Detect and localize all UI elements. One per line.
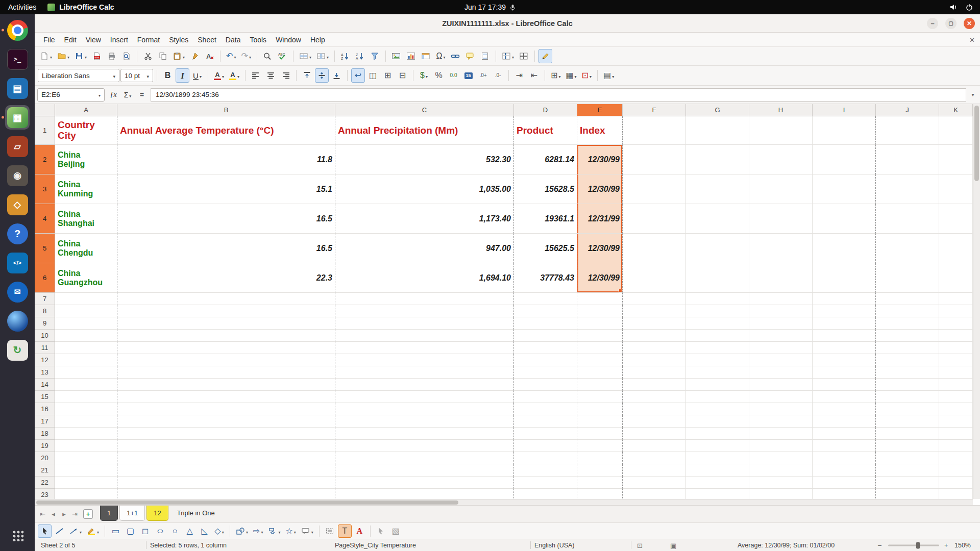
cell-J22[interactable]: [876, 477, 939, 489]
cell-E11[interactable]: [577, 342, 623, 354]
power-icon[interactable]: [966, 4, 973, 11]
row-header-16[interactable]: 16: [35, 403, 55, 415]
menu-sheet[interactable]: Sheet: [193, 34, 221, 45]
cell-J2[interactable]: [876, 145, 939, 174]
cell-J4[interactable]: [876, 204, 939, 234]
title-bar[interactable]: ZUIXIN1111111.xlsx - LibreOffice Calc: [35, 14, 980, 33]
cell-D1[interactable]: Product: [514, 116, 577, 145]
right-triangle-button[interactable]: ◺: [198, 524, 211, 538]
dock-item-software-center[interactable]: [5, 338, 30, 362]
cell-C17[interactable]: [335, 415, 514, 428]
cell-F18[interactable]: [623, 428, 686, 440]
cell-E3[interactable]: 12/30/99: [577, 174, 623, 204]
menu-insert[interactable]: Insert: [106, 34, 133, 45]
row-header-20[interactable]: 20: [35, 452, 55, 464]
cell-D19[interactable]: [514, 440, 577, 452]
cell-C22[interactable]: [335, 477, 514, 489]
cell-K1[interactable]: [939, 116, 973, 145]
dropdown-arrow-icon[interactable]: [80, 527, 82, 536]
cell-K21[interactable]: [939, 464, 973, 477]
cell-B21[interactable]: [117, 464, 335, 477]
cell-F22[interactable]: [623, 477, 686, 489]
diamond-button[interactable]: ◇: [212, 524, 226, 538]
cell-H20[interactable]: [749, 452, 813, 464]
cell-F3[interactable]: [623, 174, 686, 204]
focused-app-menu[interactable]: LibreOffice Calc: [47, 3, 114, 11]
zoom-slider-thumb[interactable]: [916, 542, 920, 548]
cell-D10[interactable]: [514, 330, 577, 342]
row-header-12[interactable]: 12: [35, 354, 55, 366]
cell-B2[interactable]: 11.8: [117, 145, 335, 174]
print-preview-button[interactable]: [119, 49, 133, 63]
cell-I7[interactable]: [813, 293, 876, 305]
cell-K3[interactable]: [939, 174, 973, 204]
cell-D15[interactable]: [514, 391, 577, 403]
cell-I20[interactable]: [813, 452, 876, 464]
cell-E14[interactable]: [577, 379, 623, 391]
cell-B3[interactable]: 15.1: [117, 174, 335, 204]
cell-G12[interactable]: [686, 354, 749, 366]
align-top-button[interactable]: [300, 68, 314, 83]
cell-D2[interactable]: 6281.14: [514, 145, 577, 174]
cell-I15[interactable]: [813, 391, 876, 403]
cell-D21[interactable]: [514, 464, 577, 477]
column-header-A[interactable]: A: [55, 104, 117, 116]
align-center-button[interactable]: [264, 68, 278, 83]
cell-H19[interactable]: [749, 440, 813, 452]
cell-I17[interactable]: [813, 415, 876, 428]
dropdown-arrow-icon[interactable]: [278, 527, 280, 536]
cell-K6[interactable]: [939, 263, 973, 293]
cell-F9[interactable]: [623, 317, 686, 330]
cell-J3[interactable]: [876, 174, 939, 204]
cell-I3[interactable]: [813, 174, 876, 204]
cell-H18[interactable]: [749, 428, 813, 440]
cell-K15[interactable]: [939, 391, 973, 403]
format-as-percent-button[interactable]: %: [432, 68, 446, 83]
cell-F17[interactable]: [623, 415, 686, 428]
column-header-K[interactable]: K: [939, 104, 973, 116]
row-header-4[interactable]: 4: [35, 204, 55, 234]
horizontal-scrollbar[interactable]: [35, 499, 973, 505]
row-header-6[interactable]: 6: [35, 263, 55, 293]
cell-K23[interactable]: [939, 489, 973, 499]
insert-comment-button[interactable]: [463, 49, 477, 63]
dropdown-arrow-icon[interactable]: [113, 72, 115, 80]
cell-H13[interactable]: [749, 366, 813, 379]
cell-C4[interactable]: 1,173.40: [335, 204, 514, 234]
hyperlink-button[interactable]: [449, 49, 462, 63]
cell-C3[interactable]: 1,035.00: [335, 174, 514, 204]
cell-E16[interactable]: [577, 403, 623, 415]
cell-J17[interactable]: [876, 415, 939, 428]
cell-B15[interactable]: [117, 391, 335, 403]
column-header-E[interactable]: E: [577, 104, 623, 116]
column-button[interactable]: [314, 49, 331, 63]
cell-C18[interactable]: [335, 428, 514, 440]
cell-H3[interactable]: [749, 174, 813, 204]
dropdown-arrow-icon[interactable]: [294, 527, 296, 536]
increase-indent-button[interactable]: ⇥: [512, 68, 526, 83]
redo-button[interactable]: ↷: [239, 49, 253, 63]
cell-H21[interactable]: [749, 464, 813, 477]
previous-sheet-button[interactable]: ◂: [48, 510, 59, 518]
sheet-tab-triple-in-one[interactable]: Triple in One: [170, 506, 222, 521]
delete-decimal-place-button[interactable]: .0-: [491, 68, 505, 83]
cell-G21[interactable]: [686, 464, 749, 477]
dropdown-arrow-icon[interactable]: [575, 71, 577, 80]
cell-H12[interactable]: [749, 354, 813, 366]
column-header-C[interactable]: C: [335, 104, 514, 116]
cell-I16[interactable]: [813, 403, 876, 415]
unmerge-cells-button[interactable]: ⊟: [396, 68, 409, 83]
cell-F15[interactable]: [623, 391, 686, 403]
cell-F4[interactable]: [623, 204, 686, 234]
cell-K7[interactable]: [939, 293, 973, 305]
cell-I13[interactable]: [813, 366, 876, 379]
underline-button[interactable]: U: [190, 68, 204, 83]
row-header-8[interactable]: 8: [35, 305, 55, 317]
cell-J21[interactable]: [876, 464, 939, 477]
cell-K11[interactable]: [939, 342, 973, 354]
cell-B23[interactable]: [117, 489, 335, 499]
cell-G19[interactable]: [686, 440, 749, 452]
cell-I14[interactable]: [813, 379, 876, 391]
name-box-dropdown-icon[interactable]: [99, 91, 101, 98]
cell-B11[interactable]: [117, 342, 335, 354]
